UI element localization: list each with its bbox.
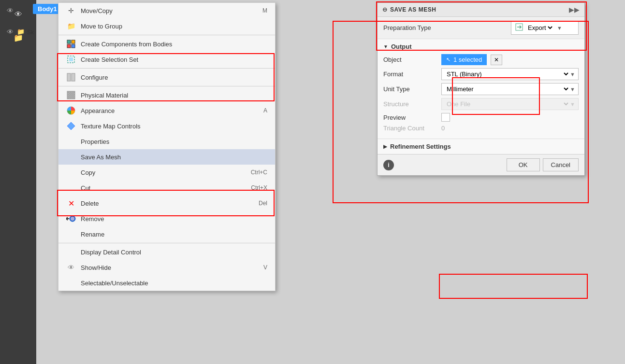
structure-select: One File <box>445 100 570 108</box>
refinement-header[interactable]: ▶ Refinement Settings <box>383 143 579 150</box>
object-label: Object <box>383 56 436 63</box>
unit-type-arrow: ▼ <box>570 86 575 92</box>
move-icon: ✛ <box>66 6 76 15</box>
shortcut-show-hide: V <box>263 264 267 271</box>
menu-item-properties[interactable]: Properties <box>58 134 275 149</box>
menu-label-appearance: Appearance <box>81 107 115 114</box>
delete-icon: ✕ <box>66 198 76 208</box>
shortcut-delete: Del <box>259 200 267 207</box>
refinement-label: Refinement Settings <box>390 143 451 150</box>
shortcut-move-copy: M <box>262 7 267 14</box>
configure-icon <box>66 72 76 82</box>
object-selected-text: 1 selected <box>453 56 482 63</box>
cut-icon <box>66 183 76 193</box>
physical-icon <box>66 90 76 100</box>
sidebar: 👁 📁 <box>0 0 36 364</box>
divider-1 <box>58 35 275 35</box>
menu-item-create-selection[interactable]: Create Selection Set <box>58 52 275 67</box>
menu-item-rename[interactable]: Rename <box>58 226 275 242</box>
copy-icon <box>66 168 76 177</box>
menu-item-move-copy[interactable]: ✛ Move/Copy M <box>58 3 275 18</box>
object-selected-button[interactable]: ↖ 1 selected <box>441 54 487 65</box>
svg-rect-0 <box>67 40 71 43</box>
unit-type-field-row: Unit Type Millimeter Centimeter Meter In… <box>383 83 579 95</box>
svg-rect-1 <box>72 40 75 43</box>
svg-rect-3 <box>72 44 75 48</box>
preview-checkbox[interactable] <box>441 113 450 122</box>
panel-footer: i OK Cancel <box>378 154 584 175</box>
output-section-header[interactable]: ▼ Output <box>383 43 579 50</box>
menu-label-rename: Rename <box>81 231 104 238</box>
menu-item-create-components[interactable]: Create Components from Bodies <box>58 36 275 52</box>
shortcut-copy: Ctrl+C <box>251 169 267 176</box>
menu-item-configure[interactable]: Configure <box>58 70 275 85</box>
preparation-label: Preparation Type <box>383 24 431 31</box>
menu-item-texture-map[interactable]: Texture Map Controls <box>58 118 275 134</box>
menu-label-cut: Cut <box>81 184 90 192</box>
menu-label-create-selection: Create Selection Set <box>81 56 138 63</box>
divider-3 <box>58 86 275 86</box>
selectable-icon <box>66 278 76 288</box>
menu-item-show-hide[interactable]: 👁 Show/Hide V <box>58 260 275 275</box>
svg-point-16 <box>71 217 74 221</box>
preview-label: Preview <box>383 114 436 121</box>
format-select[interactable]: STL (Binary) OBJ FBX <box>445 70 570 78</box>
unit-type-dropdown[interactable]: Millimeter Centimeter Meter Inch ▼ <box>441 83 579 95</box>
format-arrow: ▼ <box>570 71 575 77</box>
eye-toggle-1[interactable]: 👁 <box>7 7 14 14</box>
menu-label-properties: Properties <box>81 138 109 145</box>
object-clear-button[interactable]: ✕ <box>491 55 502 65</box>
panel-arrows-icon[interactable]: ▶▶ <box>569 6 580 14</box>
output-label: Output <box>391 43 412 50</box>
menu-label-remove: Remove <box>81 215 104 223</box>
ok-button[interactable]: OK <box>507 158 540 171</box>
show-hide-icon: 👁 <box>66 263 76 272</box>
format-dropdown[interactable]: STL (Binary) OBJ FBX ▼ <box>441 68 579 80</box>
triangle-count-field-row: Triangle Count 0 <box>383 125 579 132</box>
eye-toggle-2[interactable]: 👁 <box>7 28 14 36</box>
preparation-dropdown[interactable]: Export Print Cut ▼ <box>511 21 579 35</box>
svg-marker-14 <box>67 122 75 130</box>
structure-field-row: Structure One File ▼ <box>383 98 579 110</box>
divider-4 <box>58 243 275 243</box>
folder-icon-menu: 📁 <box>66 21 76 31</box>
menu-item-display-detail[interactable]: Display Detail Control <box>58 244 275 260</box>
menu-item-save-as-mesh[interactable]: Save As Mesh <box>58 149 275 165</box>
folder-icon-2: 📁 <box>17 28 25 35</box>
svg-rect-8 <box>67 91 75 99</box>
menu-item-appearance[interactable]: Appearance A <box>58 103 275 118</box>
svg-rect-2 <box>67 44 71 48</box>
preparation-row: Preparation Type Export Print Cut ▼ <box>378 17 584 39</box>
format-field-row: Format STL (Binary) OBJ FBX ▼ <box>383 68 579 80</box>
svg-rect-7 <box>72 73 75 81</box>
menu-item-copy[interactable]: Copy Ctrl+C <box>58 165 275 180</box>
properties-icon <box>66 137 76 146</box>
menu-item-delete[interactable]: ✕ Delete Del <box>58 196 275 211</box>
divider-2 <box>58 68 275 69</box>
menu-label-display-detail: Display Detail Control <box>81 249 141 256</box>
unit-type-select[interactable]: Millimeter Centimeter Meter Inch <box>445 85 570 93</box>
remove-icon <box>66 214 76 224</box>
triangle-count-label: Triangle Count <box>383 125 436 132</box>
component-icon <box>66 39 76 49</box>
menu-label-copy: Copy <box>81 169 95 176</box>
preparation-select[interactable]: Export Print Cut <box>526 24 554 32</box>
menu-item-remove[interactable]: Remove <box>58 211 275 226</box>
footer-buttons: OK Cancel <box>507 158 579 171</box>
structure-dropdown: One File ▼ <box>441 98 579 110</box>
context-menu: ✛ Move/Copy M 📁 Move to Group Create Com… <box>58 2 276 291</box>
panel-header: ⊖ SAVE AS MESH ▶▶ <box>378 3 584 17</box>
cancel-button[interactable]: Cancel <box>543 158 579 171</box>
output-arrow-icon: ▼ <box>383 44 388 49</box>
menu-label-texture-map: Texture Map Controls <box>81 123 141 130</box>
menu-label-save-as-mesh: Save As Mesh <box>81 154 121 161</box>
menu-item-selectable[interactable]: Selectable/Unselectable <box>58 275 275 291</box>
sk-label: Sk <box>27 29 34 36</box>
info-button[interactable]: i <box>383 160 394 170</box>
menu-label-delete: Delete <box>81 200 99 207</box>
menu-item-cut[interactable]: Cut Ctrl+X <box>58 180 275 196</box>
menu-item-move-to-group[interactable]: 📁 Move to Group <box>58 18 275 34</box>
body1-label[interactable]: Body1 <box>33 4 62 14</box>
object-field-row: Object ↖ 1 selected ✕ <box>383 54 579 65</box>
menu-item-physical-material[interactable]: Physical Material <box>58 87 275 103</box>
